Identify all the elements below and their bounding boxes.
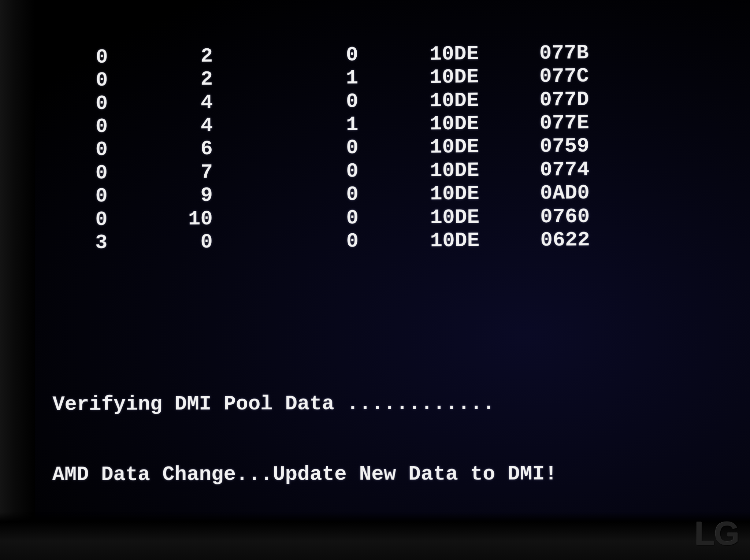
vendor-id-cell: 10DE	[358, 112, 479, 136]
vendor-id-cell: 10DE	[358, 136, 479, 160]
device-id-cell: 0622	[479, 228, 590, 252]
function-cell: 1	[213, 67, 358, 91]
monitor-bezel-left	[0, 0, 35, 560]
device-id-cell: 077B	[479, 41, 589, 65]
device-num-cell: 2	[108, 68, 213, 92]
device-id-cell: 077D	[479, 88, 589, 112]
device-num-cell: 4	[108, 91, 213, 115]
monitor-brand-logo: LG	[695, 515, 739, 553]
function-cell: 0	[213, 206, 359, 230]
vendor-id-cell: 10DE	[358, 42, 479, 66]
table-row: 09010DE0AD0	[39, 180, 750, 208]
device-num-cell: 9	[107, 184, 212, 208]
bus-cell: 0	[39, 115, 108, 139]
bios-text-screen: 02010DE077B02110DE077C04010DE077D04110DE…	[36, 0, 750, 560]
bus-cell: 0	[39, 92, 108, 116]
bus-cell: 0	[39, 69, 108, 93]
function-cell: 0	[213, 160, 359, 184]
bus-cell: 0	[39, 185, 108, 208]
device-id-cell: 0774	[479, 158, 589, 182]
vendor-id-cell: 10DE	[358, 89, 479, 113]
function-cell: 0	[213, 43, 358, 68]
device-num-cell: 4	[108, 114, 213, 138]
bus-cell: 3	[38, 231, 107, 255]
device-id-cell: 0AD0	[479, 181, 590, 205]
bus-cell: 0	[39, 162, 108, 185]
table-row: 30010DE0622	[38, 227, 750, 255]
function-cell: 0	[213, 183, 359, 207]
vendor-id-cell: 10DE	[359, 205, 479, 230]
function-cell: 0	[213, 90, 358, 114]
function-cell: 1	[213, 113, 359, 138]
device-num-cell: 10	[107, 207, 212, 231]
device-id-cell: 0759	[479, 134, 589, 159]
device-num-cell: 2	[108, 45, 213, 69]
pci-device-table: 02010DE077B02110DE077C04010DE077D04110DE…	[38, 40, 750, 255]
vendor-id-cell: 10DE	[358, 66, 479, 90]
monitor-bezel-bottom: LG	[0, 512, 750, 560]
verify-dmi-line: Verifying DMI Pool Data ............	[38, 391, 750, 416]
device-num-cell: 0	[107, 230, 213, 254]
bus-cell: 0	[39, 46, 108, 70]
device-num-cell: 6	[108, 137, 213, 161]
device-num-cell: 7	[108, 161, 213, 185]
vendor-id-cell: 10DE	[359, 182, 479, 206]
device-id-cell: 077C	[479, 64, 589, 89]
amd-update-line: AMD Data Change...Update New Data to DMI…	[38, 462, 750, 487]
function-cell: 0	[213, 136, 359, 160]
vendor-id-cell: 10DE	[359, 229, 479, 253]
bus-cell: 0	[39, 208, 108, 231]
bus-cell: 0	[39, 138, 108, 162]
dmi-message-block: Verifying DMI Pool Data ............ AMD…	[37, 344, 750, 534]
device-id-cell: 0760	[479, 205, 590, 229]
vendor-id-cell: 10DE	[359, 159, 479, 183]
device-id-cell: 077E	[479, 111, 589, 136]
function-cell: 0	[213, 230, 359, 254]
table-row: 010010DE0760	[39, 204, 750, 231]
